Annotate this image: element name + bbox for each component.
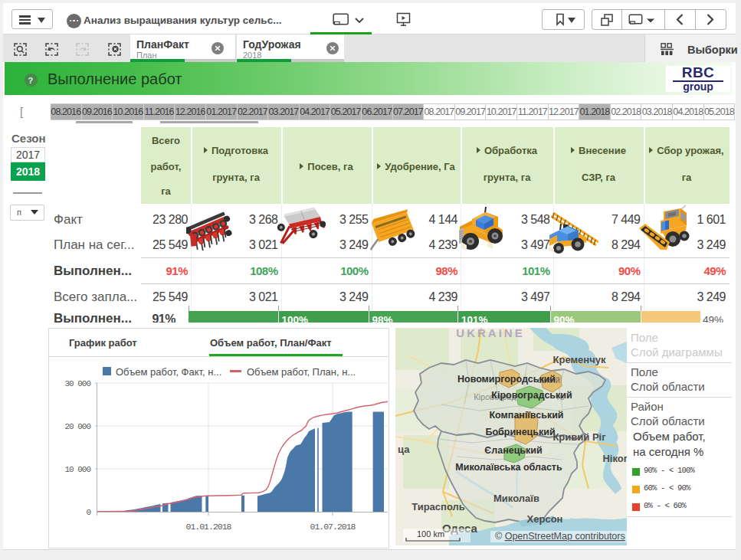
svg-text:Кіровоградський: Кіровоградський (491, 390, 572, 401)
svg-text:Миколаївська область: Миколаївська область (455, 462, 562, 473)
svg-text:Херсон: Херсон (527, 513, 563, 525)
svg-text:Новомиргородський: Новомиргородський (457, 374, 556, 385)
svg-text:Єланецький: Єланецький (484, 445, 542, 456)
svg-text:Нікоп: Нікоп (602, 453, 627, 464)
svg-text:Миколаїв: Миколаїв (493, 493, 539, 504)
svg-text:Тирасполь: Тирасполь (411, 501, 465, 513)
svg-text:100 km: 100 km (417, 529, 444, 539)
svg-text:Кременчук: Кременчук (553, 354, 606, 365)
svg-text:Кривий Ріг: Кривий Ріг (552, 431, 606, 443)
svg-text:ца: ца (398, 444, 410, 455)
svg-text:Бобринецький: Бобринецький (485, 427, 555, 437)
svg-text:UKRAINE: UKRAINE (456, 328, 524, 339)
svg-text:Компаніївський: Компаніївський (489, 410, 563, 421)
svg-text:© OpenStreetMap contributors: © OpenStreetMap contributors (495, 531, 625, 542)
